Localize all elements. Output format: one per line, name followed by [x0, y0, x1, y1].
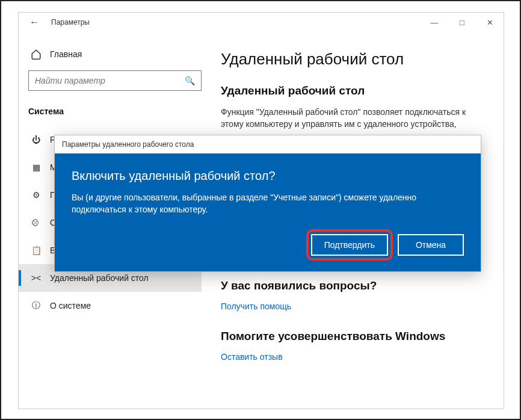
questions-heading: У вас появились вопросы? [221, 279, 489, 292]
multitask-icon: ▦ [31, 162, 42, 173]
maximize-button[interactable]: □ [448, 13, 476, 32]
clipboard-icon: 📋 [31, 245, 42, 256]
improve-heading: Помогите усовершенствовать Windows [221, 330, 489, 343]
share-icon: ⛒ [31, 217, 42, 228]
sidebar-item-label: Удаленный рабочий стол [50, 273, 149, 283]
page-title: Удаленный рабочий стол [221, 50, 489, 69]
cancel-button[interactable]: Отмена [398, 234, 464, 256]
minimize-button[interactable]: — [421, 13, 448, 32]
help-link[interactable]: Получить помощь [221, 301, 489, 313]
power-icon: ⏻ [31, 134, 42, 145]
search-input[interactable] [35, 76, 185, 85]
remote-icon: >< [31, 273, 42, 283]
titlebar: ← Параметры — □ ✕ [19, 13, 504, 32]
confirm-button[interactable]: Подтвердить [311, 234, 388, 256]
back-icon[interactable]: ← [29, 17, 39, 28]
sidebar-item-about[interactable]: ⓘ О системе [19, 292, 202, 320]
home-label: Главная [50, 49, 82, 59]
sidebar-item-label: О системе [50, 301, 91, 310]
description-text: Функция "Удаленный рабочий стол" позволя… [221, 106, 489, 131]
home-icon [31, 49, 42, 60]
section-header: Система [28, 107, 202, 116]
search-icon: 🔍 [185, 76, 195, 85]
sub-heading: Удаленный рабочий стол [221, 84, 489, 97]
feedback-link[interactable]: Оставить отзыв [221, 351, 489, 363]
confirmation-dialog: Параметры удаленного рабочего стола Вклю… [54, 135, 481, 272]
dialog-heading: Включить удаленный рабочий стол? [72, 169, 464, 183]
close-button[interactable]: ✕ [476, 13, 504, 32]
search-box[interactable]: 🔍 [28, 70, 202, 91]
dialog-body-text: Вы (и другие пользователи, выбранные в р… [72, 191, 464, 216]
project-icon: ⚙ [31, 190, 42, 200]
info-icon: ⓘ [31, 300, 42, 311]
home-nav[interactable]: Главная [28, 49, 202, 60]
window-title: Параметры [51, 18, 90, 26]
dialog-title: Параметры удаленного рабочего стола [55, 135, 481, 153]
